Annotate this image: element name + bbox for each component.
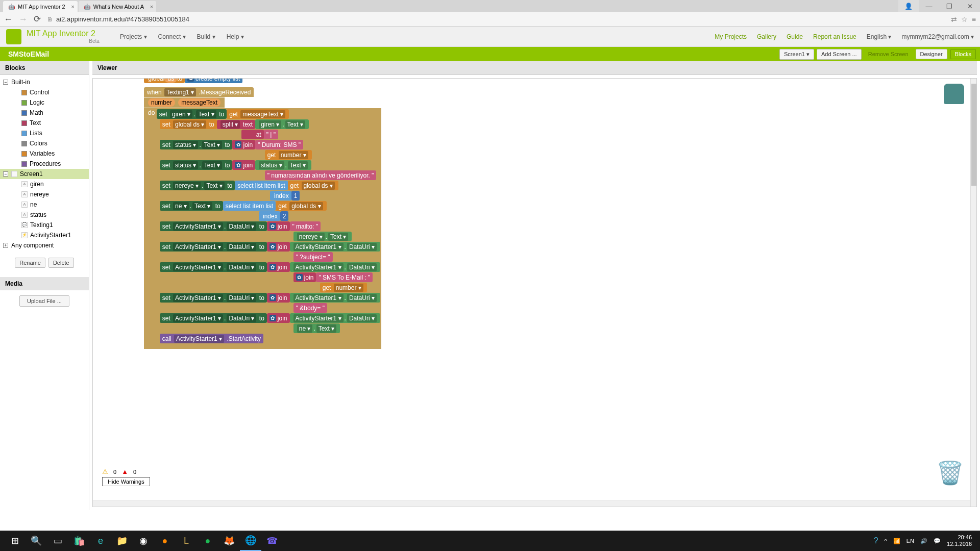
- block-smstoemail[interactable]: " SMS To E-Mail : ": [316, 272, 373, 282]
- reload-button[interactable]: ⟳: [34, 14, 41, 24]
- comp-ne[interactable]: Ane: [0, 199, 89, 210]
- backpack-icon[interactable]: [944, 84, 964, 104]
- steam-icon[interactable]: ◉: [133, 531, 154, 551]
- block-set-as2[interactable]: set ActivityStarter1 ▾.DataUri ▾ to: [160, 242, 267, 252]
- edge-icon[interactable]: e: [90, 531, 111, 551]
- explorer-icon[interactable]: 📁: [111, 531, 133, 551]
- tray-chevron-icon[interactable]: ^: [885, 538, 887, 544]
- block-set-as4[interactable]: set ActivityStarter1 ▾.DataUri ▾ to: [160, 293, 267, 303]
- block-set-as1[interactable]: set ActivityStarter1 ▾.DataUri ▾ to: [160, 221, 267, 231]
- block-split[interactable]: split ▾ text: [217, 120, 255, 129]
- app-icon-2[interactable]: L: [176, 531, 197, 551]
- block-join3[interactable]: ✿join: [267, 221, 290, 231]
- block-index2[interactable]: index: [259, 211, 280, 221]
- tree-anycomponent[interactable]: + Any component: [0, 240, 89, 251]
- block-status-text[interactable]: status ▾.Text ▾: [255, 160, 311, 170]
- block-as-datauri1[interactable]: ActivityStarter1 ▾.DataUri ▾: [290, 242, 380, 252]
- scroll-thumb[interactable]: [971, 84, 976, 186]
- block-durum-literal[interactable]: " Durum: SMS ": [255, 140, 303, 149]
- collapse-icon[interactable]: −: [3, 171, 8, 177]
- block-as-datauri2[interactable]: ActivityStarter1 ▾.DataUri ▾: [290, 262, 380, 272]
- tree-builtin[interactable]: − Built-in: [0, 77, 89, 87]
- block-subject[interactable]: " ?subject= ": [293, 252, 333, 262]
- star-icon[interactable]: ☆: [961, 15, 968, 23]
- chrome-icon[interactable]: 🌐: [240, 531, 261, 551]
- volume-icon[interactable]: 🔊: [920, 538, 927, 544]
- block-join2[interactable]: ✿join: [232, 160, 255, 170]
- block-body[interactable]: " &body= ": [293, 303, 327, 313]
- block-join6[interactable]: ✿join: [293, 272, 316, 282]
- block-set-ne[interactable]: set ne ▾.Text ▾ to: [160, 201, 223, 211]
- tab-whats-new[interactable]: 🤖 What's New About A ×: [79, 1, 156, 12]
- delete-button[interactable]: Delete: [48, 258, 74, 268]
- block-call-startactivity[interactable]: call ActivityStarter1 ▾ .StartActivity: [160, 334, 263, 343]
- link-gallery[interactable]: Gallery: [757, 33, 776, 40]
- menu-account[interactable]: mymmym22@gmail.com ▾: [901, 33, 974, 40]
- block-num-1[interactable]: 1: [291, 191, 300, 201]
- tab-app-inventor[interactable]: 🤖 MIT App Inventor 2 ×: [3, 1, 78, 12]
- spotify-icon[interactable]: ●: [197, 531, 218, 551]
- comp-texting1[interactable]: 💬Texting1: [0, 220, 89, 230]
- block-ne-text[interactable]: ne ▾.Text ▾: [293, 323, 340, 333]
- rename-button[interactable]: Rename: [15, 258, 45, 268]
- block-pipe-literal[interactable]: " | ": [264, 130, 278, 139]
- param-messagetext[interactable]: messageText: [178, 98, 220, 107]
- minimize-button[interactable]: —: [919, 0, 939, 12]
- firefox-icon[interactable]: 🦊: [218, 531, 240, 551]
- block-when-event[interactable]: when Texting1 ▾ .MessageReceived: [144, 87, 254, 97]
- store-icon[interactable]: 🛍️: [68, 531, 90, 551]
- block-create-empty-list[interactable]: ✿create empty list: [185, 78, 242, 83]
- block-join4[interactable]: ✿join: [267, 242, 290, 252]
- blocks-workspace[interactable]: global ds to ✿create empty list when Tex…: [93, 78, 381, 349]
- block-set-status1[interactable]: set status ▾.Text ▾ to: [160, 140, 233, 149]
- trash-icon[interactable]: 🗑️: [936, 460, 964, 486]
- taskview-icon[interactable]: ▭: [47, 531, 68, 551]
- block-set-as5[interactable]: set ActivityStarter1 ▾.DataUri ▾ to: [160, 313, 267, 323]
- cat-lists[interactable]: Lists: [0, 128, 89, 138]
- menu-language[interactable]: English ▾: [867, 33, 892, 40]
- menu-connect[interactable]: Connect ▾: [158, 33, 186, 40]
- search-icon[interactable]: 🔍: [26, 531, 47, 551]
- link-guide[interactable]: Guide: [787, 33, 803, 40]
- block-numarasindan[interactable]: " numarasından alındı ve gönderiliyor. ": [265, 170, 377, 180]
- block-set-status2[interactable]: set status ▾.Text ▾ to: [160, 160, 233, 170]
- block-set-nereye[interactable]: set nereye ▾.Text ▾ to: [160, 181, 235, 190]
- translate-icon[interactable]: ⇄: [951, 15, 957, 23]
- block-join5[interactable]: ✿join: [267, 262, 290, 272]
- viber-icon[interactable]: ☎: [261, 531, 283, 551]
- app-icon-1[interactable]: ●: [154, 531, 176, 551]
- upload-file-button[interactable]: Upload File ...: [19, 295, 69, 307]
- cat-variables[interactable]: Variables: [0, 148, 89, 159]
- cat-control[interactable]: Control: [0, 87, 89, 97]
- menu-projects[interactable]: Projects ▾: [120, 33, 147, 40]
- hide-warnings-button[interactable]: Hide Warnings: [102, 477, 150, 486]
- cat-text[interactable]: Text: [0, 118, 89, 128]
- network-icon[interactable]: 📶: [893, 538, 900, 544]
- block-as-datauri3[interactable]: ActivityStarter1 ▾.DataUri ▾: [290, 293, 380, 303]
- collapse-icon[interactable]: −: [3, 80, 8, 85]
- comp-status[interactable]: Astatus: [0, 210, 89, 220]
- link-my-projects[interactable]: My Projects: [715, 33, 747, 40]
- block-join8[interactable]: ✿join: [267, 313, 290, 323]
- notifications-icon[interactable]: 💬: [934, 538, 941, 544]
- block-as-datauri4[interactable]: ActivityStarter1 ▾.DataUri ▾: [290, 313, 380, 323]
- comp-nereye[interactable]: Anereye: [0, 189, 89, 199]
- blocks-button[interactable]: Blocks: [950, 49, 976, 59]
- block-get-number2[interactable]: get number ▾: [320, 283, 367, 292]
- start-button[interactable]: ⊞: [4, 531, 26, 551]
- cat-colors[interactable]: Colors: [0, 138, 89, 148]
- block-get-globalds2[interactable]: get global ds ▾: [276, 201, 326, 211]
- block-select-list2[interactable]: select list item list: [223, 201, 276, 211]
- url-bar[interactable]: 🗎 ai2.appinventor.mit.edu/#4753890551005…: [47, 15, 945, 23]
- cat-procedures[interactable]: Procedures: [0, 159, 89, 169]
- maximize-button[interactable]: ❐: [939, 0, 960, 12]
- tree-screen1[interactable]: − Screen1: [0, 169, 89, 179]
- language-indicator[interactable]: EN: [906, 538, 914, 544]
- block-get-msgtext[interactable]: get messageText ▾: [227, 109, 289, 119]
- help-icon[interactable]: ?: [874, 536, 878, 545]
- remove-screen-button[interactable]: Remove Screen: [864, 49, 913, 60]
- comp-activitystarter[interactable]: ⚡ActivityStarter1: [0, 230, 89, 240]
- add-screen-button[interactable]: Add Screen ...: [817, 49, 862, 60]
- link-report[interactable]: Report an Issue: [813, 33, 856, 40]
- block-split-at[interactable]: at: [241, 130, 264, 139]
